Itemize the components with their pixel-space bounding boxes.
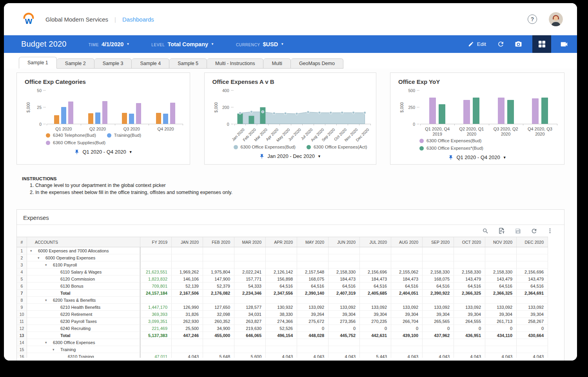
search-button[interactable]: [482, 228, 489, 234]
account-cell: Total: [27, 290, 140, 297]
account-label: Training: [60, 347, 76, 352]
fy2019-cell: [140, 339, 172, 346]
fy2019-cell: [140, 297, 172, 304]
tab-sample-4[interactable]: Sample 4: [132, 58, 169, 69]
video-button[interactable]: [560, 40, 568, 49]
level-label: LEVEL: [151, 43, 165, 47]
legend-item: 6360 Office Supplies(Bud): [46, 140, 105, 146]
month-cell: 2,022,241: [234, 268, 266, 276]
month-cell: [485, 261, 517, 268]
account-cell: Total: [27, 332, 140, 339]
month-cell: 274,366: [266, 318, 297, 325]
fy2019-cell: 1,823,832: [140, 276, 172, 283]
chevron-down-icon: ▼: [129, 150, 132, 154]
company-name: Global Modern Services: [45, 16, 108, 23]
month-cell: 437,962: [423, 332, 454, 339]
x-tick-mark: [302, 124, 303, 125]
bar: [68, 102, 73, 124]
time-range-selector[interactable]: Jan 2020 - Dec 2020 ▼: [212, 153, 368, 159]
bar: [88, 113, 93, 124]
more-menu-button[interactable]: [547, 228, 553, 234]
tab-multi[interactable]: Multi: [263, 58, 290, 69]
tab-sample-5[interactable]: Sample 5: [169, 58, 207, 69]
snapshot-button[interactable]: [515, 40, 522, 48]
charts-row: Office Exp Categories $,00002550Q1 2020Q…: [16, 72, 564, 165]
table-row: 1▾6000 Expenses and 7000 Allocations: [17, 247, 548, 254]
row-number: 10: [17, 311, 27, 318]
dashboards-link[interactable]: Dashboards: [122, 16, 154, 23]
month-cell: 184,473: [391, 276, 423, 283]
chevron-down-icon: ▼: [503, 156, 506, 160]
legend-dot-icon: [46, 133, 50, 138]
collapse-caret-icon[interactable]: ▾: [53, 348, 54, 352]
month-cell: [266, 339, 297, 346]
month-cell: 32,098: [203, 311, 234, 318]
chart-title: Office Expenses A v B: [212, 78, 368, 85]
month-cell: [391, 247, 423, 254]
plot: Q1 2020Q2 2020Q3 2020Q4 2020: [47, 91, 183, 124]
y-tick-mark: [417, 124, 419, 124]
refresh-button[interactable]: [497, 40, 505, 48]
month-cell: 436,951: [454, 332, 485, 339]
month-cell: 2,405,685: [360, 290, 391, 297]
month-cell: 133,092: [517, 304, 548, 311]
month-cell: 34,031: [234, 311, 266, 318]
tab-sample-2[interactable]: Sample 2: [57, 58, 94, 69]
y-axis-title: $,000: [26, 102, 31, 112]
level-picker[interactable]: LEVEL Total Company ▼: [151, 41, 214, 47]
x-tick-mark: [489, 124, 489, 125]
month-cell: 39,304: [391, 311, 423, 318]
month-cell: 0: [391, 325, 423, 332]
legend-item: 6300 Office Expenses(Bud): [419, 138, 481, 144]
month-cell: 2,156,696: [517, 268, 548, 276]
legend-item: 6300 Office Expenses*(Bud): [419, 145, 483, 151]
time-range-label: Q1 2020 - Q4 2020: [82, 149, 126, 155]
month-cell: [517, 297, 548, 304]
account-cell: ▾6200 Taxes & Benefits: [27, 297, 140, 304]
workday-logo[interactable]: w: [21, 12, 36, 27]
collapse-caret-icon[interactable]: ▾: [45, 298, 47, 302]
collapse-caret-icon[interactable]: ▾: [38, 256, 40, 260]
month-cell: [485, 339, 517, 346]
plot-area: $,0000200400Jan 2020Feb 2020Mar 2020Apr …: [212, 91, 368, 124]
y-axis-title: $,000: [214, 102, 218, 112]
chevron-down-icon: ▼: [318, 154, 321, 158]
month-cell: 4,043: [391, 353, 423, 358]
avatar[interactable]: [549, 12, 563, 26]
collapse-caret-icon[interactable]: ▾: [45, 263, 47, 267]
grid-view-button[interactable]: [532, 35, 551, 53]
tab-geomaps-demo[interactable]: GeoMaps Demo: [291, 58, 343, 69]
bar: [429, 98, 436, 124]
currency-picker[interactable]: CURRENCY $USD ▼: [236, 41, 284, 47]
collapse-caret-icon[interactable]: ▾: [45, 341, 47, 344]
help-icon[interactable]: ?: [528, 14, 537, 24]
time-range-selector[interactable]: Q1 2020 - Q4 2020 ▼: [398, 154, 556, 160]
expenses-card: Expenses #ACCOUNTSFY 2019JAN: [16, 209, 564, 361]
filter-button[interactable]: [498, 227, 505, 234]
y-tick-label: 500: [408, 89, 415, 92]
refresh-icon: [531, 228, 537, 234]
row-number: 12: [17, 325, 27, 332]
bar: [473, 98, 479, 124]
month-cell: [297, 254, 328, 261]
x-tick-label: Q2 2020, Q1 2020: [454, 127, 488, 137]
time-range-selector[interactable]: Q1 2020 - Q4 2020 ▼: [25, 149, 182, 155]
month-cell: 447,246: [172, 332, 203, 339]
month-cell: 219,630: [234, 325, 266, 332]
tab-sample-1[interactable]: Sample 1: [19, 57, 57, 69]
save-button[interactable]: [515, 228, 521, 234]
time-picker[interactable]: TIME 4/1/2020 ▼: [89, 41, 130, 47]
row-number: 16: [17, 353, 27, 358]
edit-button[interactable]: Edit: [468, 41, 486, 47]
tab-multi-instructions[interactable]: Multi - Instructions: [207, 58, 263, 69]
x-tick-mark: [359, 124, 359, 125]
refresh-table-button[interactable]: [531, 228, 537, 234]
tab-sample-3[interactable]: Sample 3: [94, 58, 132, 69]
month-cell: 39,264: [297, 311, 328, 318]
collapse-caret-icon[interactable]: ▾: [30, 249, 32, 253]
table-row: 96210 Health Benefits1,447,170126,990127…: [17, 304, 548, 311]
month-cell: [297, 261, 328, 268]
column-header: FEB 2020: [203, 237, 234, 247]
month-cell: 0: [423, 325, 454, 332]
month-cell: [423, 247, 454, 254]
